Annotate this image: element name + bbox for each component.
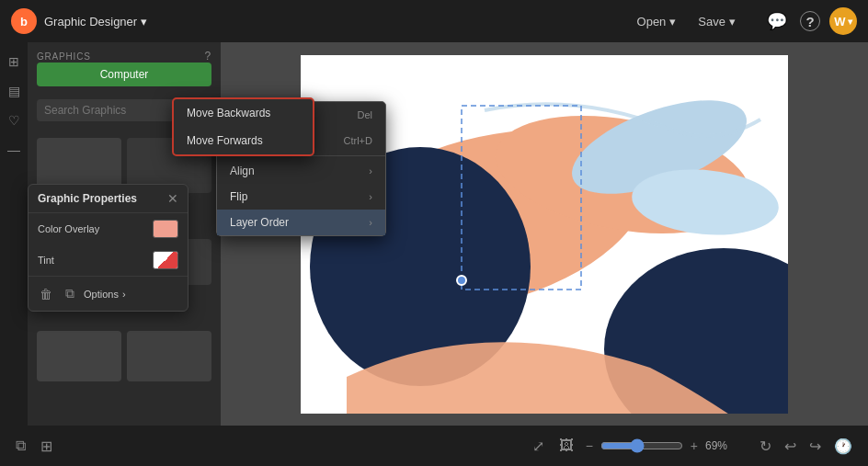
bottombar: ⧉ ⊞ ⤢ 🖼 − + 69% ↻ ↩ ↪ 🕐 [0, 426, 868, 466]
tint-row: Tint [29, 244, 188, 276]
zoom-controls: − + 69% [586, 438, 738, 453]
gp-close-button[interactable]: ✕ [167, 192, 178, 205]
title-chevron-icon: ▾ [141, 15, 147, 28]
open-chevron-icon: ▾ [669, 15, 676, 28]
thumbnail-item[interactable] [127, 331, 211, 381]
open-menu-button[interactable]: Open ▾ [628, 9, 686, 34]
user-avatar[interactable]: W ▾ [829, 7, 857, 35]
ctx-align-item[interactable]: Align › [217, 158, 385, 184]
color-overlay-row: Color Overlay [29, 213, 188, 244]
upload-button[interactable]: Computer [37, 63, 211, 86]
ctx-flip-item[interactable]: Flip › [217, 184, 385, 210]
tint-swatch[interactable] [153, 251, 178, 269]
options-button[interactable]: Options › [84, 289, 126, 300]
undo-icon[interactable]: ↩ [782, 435, 799, 458]
sidebar-icon-layers[interactable]: ▤ [2, 79, 26, 103]
panel-help-icon[interactable]: ? [205, 50, 211, 63]
svg-point-8 [457, 276, 466, 285]
loop-icon[interactable]: ↻ [757, 435, 774, 458]
zoom-value: 69% [705, 439, 738, 452]
chat-icon[interactable]: 💬 [763, 7, 791, 35]
topbar-right: 💬 ? W ▾ [763, 7, 857, 35]
align-chevron-icon: › [369, 165, 372, 176]
submenu-move-backwards[interactable]: Move Backwards [174, 99, 313, 127]
flip-chevron-icon: › [369, 191, 372, 202]
delete-icon[interactable]: 🗑 [36, 283, 56, 305]
gp-header: Graphic Properties ✕ [29, 185, 188, 213]
help-icon[interactable]: ? [800, 11, 820, 31]
user-chevron-icon: ▾ [848, 17, 852, 27]
zoom-slider[interactable] [600, 438, 683, 453]
ctx-layer-order-item[interactable]: Layer Order › [217, 210, 385, 235]
gp-footer: 🗑 ⧉ Options › [29, 276, 188, 311]
app-logo[interactable]: b [11, 8, 37, 34]
layout-icon[interactable]: ⊞ [38, 435, 55, 458]
layers-icon[interactable]: ⧉ [13, 435, 29, 457]
zoom-plus-button[interactable]: + [691, 438, 698, 453]
layer-order-submenu: Move Backwards Move Forwards [172, 97, 314, 156]
sidebar-icon-grid[interactable]: ⊞ [2, 50, 26, 74]
bottombar-right-icons: ↻ ↩ ↪ 🕐 [757, 435, 855, 458]
sidebar-icon-heart[interactable]: ♡ [2, 108, 26, 132]
tint-label: Tint [38, 255, 54, 266]
color-overlay-label: Color Overlay [38, 223, 99, 234]
save-menu-button[interactable]: Save ▾ [689, 9, 745, 34]
panel-section-label: GRAPHICS ? [37, 50, 211, 63]
image-icon[interactable]: 🖼 [556, 435, 577, 457]
thumbnail-item[interactable] [37, 331, 121, 381]
color-overlay-swatch[interactable] [153, 220, 178, 238]
zoom-minus-button[interactable]: − [586, 438, 593, 453]
history-icon[interactable]: 🕐 [831, 435, 855, 458]
sidebar: ⊞ ▤ ♡ — [0, 42, 28, 426]
layer-order-chevron-icon: › [369, 217, 372, 228]
submenu-move-forwards[interactable]: Move Forwards [174, 127, 313, 154]
app-title[interactable]: Graphic Designer ▾ [44, 15, 147, 28]
options-chevron-icon: › [122, 289, 126, 300]
duplicate-icon[interactable]: ⧉ [62, 282, 78, 305]
expand-icon[interactable]: ⤢ [530, 435, 547, 458]
redo-icon[interactable]: ↪ [806, 435, 824, 458]
save-chevron-icon: ▾ [729, 15, 736, 28]
topbar: b Graphic Designer ▾ Open ▾ Save ▾ 💬 ? W… [0, 0, 868, 42]
sidebar-icon-minus[interactable]: — [2, 138, 26, 162]
top-menu: Open ▾ Save ▾ [628, 9, 745, 34]
gp-title: Graphic Properties [38, 192, 137, 205]
graphic-properties-panel: Graphic Properties ✕ Color Overlay Tint … [28, 184, 188, 312]
